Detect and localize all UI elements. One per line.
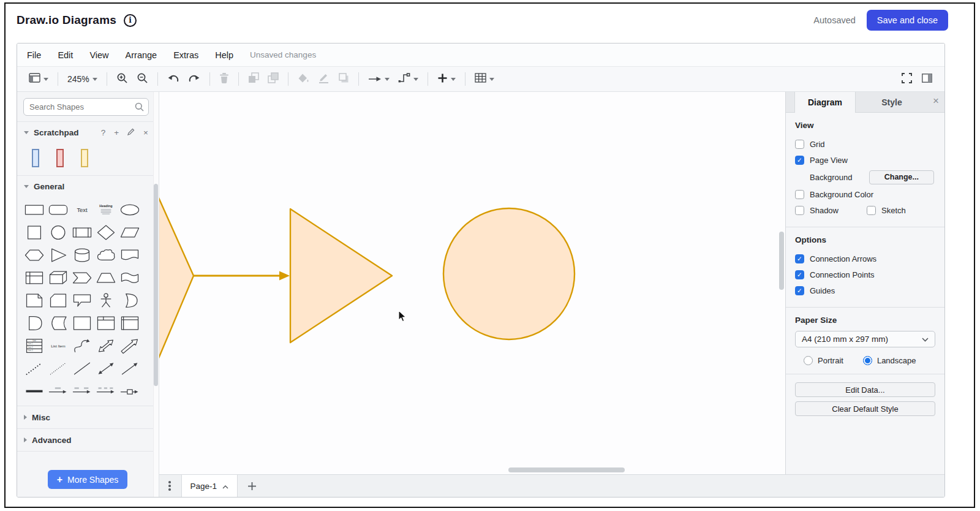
connection-points-checkbox[interactable]: ✓ [795, 270, 804, 279]
shape-edge-box[interactable] [118, 380, 141, 403]
shape-dotted-line[interactable] [22, 357, 46, 380]
shape-trapezoid[interactable] [94, 267, 118, 289]
section-scratchpad[interactable]: Scratchpad ?+× [17, 122, 159, 143]
scratchpad-close-icon[interactable]: × [143, 128, 148, 137]
shape-process[interactable] [70, 221, 94, 244]
tab-style[interactable]: Style [856, 92, 928, 112]
scratchpad-shape-blue-rectangle[interactable] [32, 149, 39, 167]
save-and-close-button[interactable]: Save and close [867, 10, 948, 31]
shape-dashed-line[interactable] [46, 357, 70, 380]
shape-and[interactable] [22, 312, 46, 335]
to-front-button[interactable] [244, 70, 263, 88]
view-toggle-button[interactable] [24, 70, 53, 88]
shape-diamond[interactable] [94, 221, 118, 244]
shape-cloud[interactable] [94, 244, 118, 267]
page-tab[interactable]: Page-1 [181, 475, 238, 497]
shape-text[interactable]: Text [70, 199, 94, 221]
menu-extras[interactable]: Extras [173, 50, 198, 60]
redo-button[interactable] [184, 70, 205, 88]
format-panel-toggle-button[interactable] [922, 74, 932, 85]
menu-view[interactable]: View [89, 50, 108, 60]
shape-list-item[interactable]: List Item [46, 335, 70, 357]
more-shapes-button[interactable]: + More Shapes [48, 470, 127, 489]
to-back-button[interactable] [263, 70, 283, 88]
shape-parallelogram[interactable] [118, 221, 141, 244]
waypoints-dropdown[interactable] [364, 70, 394, 88]
shape-vertical-frame[interactable] [118, 312, 141, 335]
shape-textbox[interactable]: Heading [94, 199, 118, 221]
shadow-checkbox[interactable] [795, 206, 804, 215]
shape-frame[interactable] [94, 312, 118, 335]
shape-edge-label-3[interactable] [94, 380, 118, 403]
section-misc[interactable]: Misc [17, 406, 159, 428]
landscape-radio[interactable] [863, 356, 872, 365]
change-button[interactable]: Change... [869, 170, 934, 184]
paper-size-select[interactable]: A4 (210 mm x 297 mm) [795, 331, 935, 347]
section-general[interactable]: General [17, 176, 159, 197]
menu-arrange[interactable]: Arrange [126, 50, 157, 60]
connection-arrows-checkbox[interactable]: ✓ [795, 254, 804, 263]
shape-directional-edge[interactable] [118, 357, 141, 380]
shape-data-storage[interactable] [46, 312, 70, 335]
background-color-checkbox[interactable] [795, 190, 804, 199]
shape-card[interactable] [46, 289, 70, 312]
menu-help[interactable]: Help [215, 50, 233, 60]
canvas-horizontal-scrollbar[interactable] [508, 467, 625, 472]
shape-callout[interactable] [70, 289, 94, 312]
shape-list[interactable]: ListItem 1Item 2Item 3 [22, 335, 46, 357]
canvas-vertical-scrollbar[interactable] [779, 232, 784, 290]
info-icon[interactable]: i [124, 14, 137, 27]
shape-bidirectional-arrow[interactable] [94, 335, 118, 357]
shape-arrow[interactable] [118, 335, 141, 357]
zoom-dropdown[interactable]: 245% [63, 70, 102, 88]
tab-diagram[interactable]: Diagram [794, 92, 856, 113]
shape-link[interactable] [22, 380, 46, 403]
shape-triangle[interactable] [46, 244, 70, 267]
shape-actor[interactable] [94, 289, 118, 312]
shape-edge-label-1[interactable] [46, 380, 70, 403]
shape-container[interactable] [70, 312, 94, 335]
zoom-in-button[interactable] [112, 70, 132, 88]
shape-curve[interactable] [70, 335, 94, 357]
section-advanced[interactable]: Advanced [17, 428, 159, 451]
shape-or[interactable] [118, 289, 141, 312]
undo-button[interactable] [163, 70, 184, 88]
close-icon[interactable]: × [933, 96, 939, 106]
add-page-button[interactable] [247, 482, 257, 491]
scratchpad-edit-icon[interactable] [127, 128, 135, 137]
scratchpad-shape-red-rectangle[interactable] [56, 149, 64, 167]
fullscreen-button[interactable] [902, 73, 912, 86]
sketch-checkbox[interactable] [867, 206, 876, 215]
shape-rectangle[interactable] [22, 199, 46, 221]
shape-internal-storage[interactable] [22, 267, 46, 289]
delete-button[interactable] [215, 70, 233, 88]
scratchpad-shape-yellow-rectangle[interactable] [81, 149, 88, 167]
scratchpad-help-icon[interactable]: ? [101, 128, 106, 137]
shape-tape[interactable] [118, 267, 141, 289]
connection-dropdown[interactable] [394, 70, 423, 88]
shape-note[interactable] [22, 289, 46, 312]
shadow-button[interactable] [334, 70, 353, 88]
diagram-canvas[interactable] [159, 92, 785, 474]
shape-edge-label-2[interactable] [70, 380, 94, 403]
line-color-button[interactable] [314, 70, 334, 88]
fill-color-button[interactable] [293, 70, 314, 88]
menu-file[interactable]: File [27, 50, 41, 60]
guides-checkbox[interactable]: ✓ [795, 286, 804, 295]
edit-data-button[interactable]: Edit Data... [795, 382, 935, 397]
sidebar-scrollbar[interactable] [153, 92, 159, 497]
shape-rounded-rectangle[interactable] [46, 199, 70, 221]
shape-bidirectional-edge[interactable] [94, 357, 118, 380]
shape-cylinder[interactable] [70, 244, 94, 267]
clear-default-style-button[interactable]: Clear Default Style [795, 401, 935, 416]
portrait-radio[interactable] [804, 356, 813, 365]
shape-circle[interactable] [46, 221, 70, 244]
shape-cube[interactable] [46, 267, 70, 289]
pages-menu-icon[interactable] [168, 481, 171, 491]
shape-step[interactable] [70, 267, 94, 289]
canvas-partial-triangle-shape[interactable] [159, 158, 194, 400]
menu-edit[interactable]: Edit [58, 50, 73, 60]
shape-line[interactable] [70, 357, 94, 380]
shape-document[interactable] [118, 244, 141, 267]
canvas-circle-shape[interactable] [443, 208, 575, 339]
